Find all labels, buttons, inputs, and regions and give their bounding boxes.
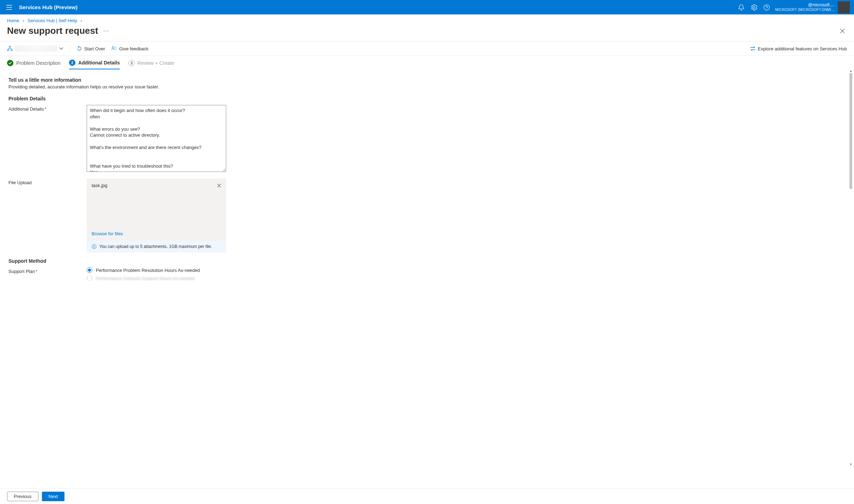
uploaded-file-name: task.jpg	[92, 183, 107, 188]
breadcrumb-hub[interactable]: Services Hub | Self Help	[27, 18, 77, 23]
step-2-label: Additional Details	[78, 60, 120, 66]
svg-rect-1	[9, 46, 11, 47]
upload-box: task.jpg Browse for files You can upload…	[87, 179, 226, 253]
upload-info: You can upload up to 5 attachments. 1GB …	[87, 241, 226, 253]
hamburger-icon	[6, 5, 12, 10]
explore-label: Explore additional features on Services …	[758, 46, 847, 51]
scrollbar[interactable]: ▲ ▼	[848, 71, 853, 481]
file-upload-label: File Upload	[8, 179, 87, 185]
step-1-label: Problem Description	[16, 60, 61, 66]
radio-unchecked-icon	[87, 276, 92, 281]
plan-radio-2[interactable]: Performance Advisory Support Hours As-ne…	[87, 276, 200, 281]
svg-point-4	[112, 46, 114, 48]
scroll-thumb[interactable]	[849, 73, 852, 189]
chevron-right-icon: ›	[81, 18, 82, 23]
start-over-button[interactable]: Start Over	[76, 46, 105, 51]
give-feedback-button[interactable]: Give feedback	[111, 46, 148, 51]
plan-radio-1[interactable]: Performance Problem Resolution Hours As-…	[87, 267, 200, 273]
account-info[interactable]: @microsoft.... MICROSOFT (MICROSOFT.ONMI…	[775, 2, 834, 12]
help-icon	[763, 4, 770, 11]
upload-info-text: You can upload up to 5 attachments. 1GB …	[99, 244, 212, 249]
form-content: Tell us a little more information Provid…	[0, 71, 854, 481]
close-icon	[217, 183, 221, 188]
plan-radio-2-label: Performance Advisory Support Hours As-ne…	[96, 276, 194, 281]
page-header: New support request ⋯	[0, 25, 854, 41]
breadcrumb-home[interactable]: Home	[7, 18, 19, 23]
additional-details-label: Additional Details*	[8, 105, 87, 112]
account-email: @microsoft....	[775, 2, 834, 7]
notifications-button[interactable]	[738, 4, 745, 11]
app-title: Services Hub (Preview)	[19, 4, 78, 10]
scroll-up-arrow[interactable]: ▲	[849, 69, 852, 73]
info-icon	[92, 244, 97, 249]
section-heading: Tell us a little more information	[8, 77, 846, 83]
svg-rect-2	[7, 50, 9, 51]
radio-checked-icon	[87, 267, 92, 273]
close-button[interactable]	[838, 26, 847, 36]
resource-picker[interactable]	[7, 45, 63, 52]
swap-icon	[750, 46, 756, 51]
check-icon	[7, 60, 13, 66]
wizard-steps: Problem Description 2 Additional Details…	[0, 56, 854, 71]
step-3-label: Review + Create	[137, 60, 174, 66]
upload-dropzone[interactable]	[87, 192, 226, 228]
support-plan-label: Support Plan*	[8, 267, 87, 274]
help-button[interactable]	[763, 4, 770, 11]
plan-radio-1-label: Performance Problem Resolution Hours As-…	[96, 268, 200, 273]
close-icon	[840, 29, 845, 33]
section-subtext: Providing detailed, accurate information…	[8, 84, 846, 89]
hierarchy-icon	[7, 46, 13, 51]
more-actions-button[interactable]: ⋯	[103, 27, 109, 34]
restart-icon	[76, 46, 82, 51]
step-review-create[interactable]: 3 Review + Create	[128, 60, 174, 69]
gear-icon	[751, 4, 757, 11]
chevron-down-icon	[59, 47, 63, 50]
explore-link[interactable]: Explore additional features on Services …	[750, 46, 847, 51]
give-feedback-label: Give feedback	[119, 46, 148, 51]
avatar[interactable]	[838, 1, 850, 13]
problem-details-title: Problem Details	[8, 96, 846, 101]
start-over-label: Start Over	[84, 46, 105, 51]
support-method-title: Support Method	[8, 258, 846, 264]
page-title: New support request	[7, 25, 98, 36]
breadcrumb: Home › Services Hub | Self Help ›	[0, 14, 854, 25]
feedback-icon	[111, 46, 117, 51]
remove-file-button[interactable]	[217, 183, 221, 188]
additional-details-textarea[interactable]	[87, 105, 226, 172]
step-additional-details[interactable]: 2 Additional Details	[69, 60, 120, 69]
svg-rect-3	[11, 50, 12, 51]
step-2-badge: 2	[69, 60, 75, 66]
step-3-badge: 3	[128, 60, 135, 66]
browse-files-link[interactable]: Browse for files	[92, 231, 123, 236]
step-problem-description[interactable]: Problem Description	[7, 60, 61, 69]
resource-placeholder	[15, 45, 57, 52]
topbar: Services Hub (Preview) @microsoft.... MI…	[0, 0, 854, 14]
scroll-down-arrow[interactable]: ▼	[849, 463, 852, 466]
settings-button[interactable]	[750, 4, 757, 11]
account-tenant: MICROSOFT (MICROSOFT.ONMI...	[775, 8, 834, 12]
actionbar: Start Over Give feedback Explore additio…	[0, 41, 854, 56]
bell-icon	[738, 4, 744, 11]
uploaded-file-row: task.jpg	[87, 179, 226, 192]
chevron-right-icon: ›	[23, 18, 24, 23]
hamburger-menu-button[interactable]	[4, 2, 14, 12]
